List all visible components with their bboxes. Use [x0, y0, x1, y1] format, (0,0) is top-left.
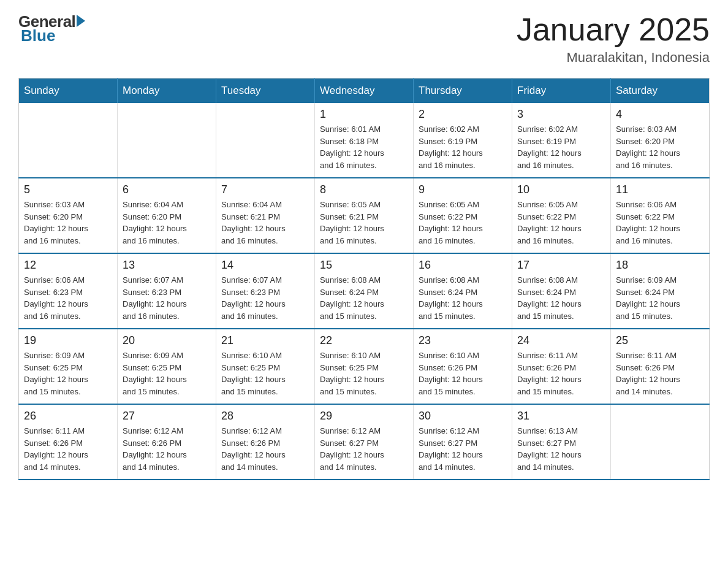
- day-number: 16: [419, 259, 507, 272]
- day-info: Sunrise: 6:10 AM Sunset: 6:26 PM Dayligh…: [419, 350, 507, 397]
- day-info: Sunrise: 6:04 AM Sunset: 6:21 PM Dayligh…: [221, 199, 309, 247]
- weekday-header-saturday: Saturday: [611, 79, 710, 104]
- calendar-cell: [216, 103, 315, 178]
- calendar-cell: 31Sunrise: 6:13 AM Sunset: 6:27 PM Dayli…: [512, 404, 611, 480]
- calendar-cell: 15Sunrise: 6:08 AM Sunset: 6:24 PM Dayli…: [315, 253, 414, 329]
- day-info: Sunrise: 6:05 AM Sunset: 6:22 PM Dayligh…: [419, 199, 507, 247]
- weekday-header-monday: Monday: [118, 79, 216, 104]
- calendar-subtitle: Muaralakitan, Indonesia: [517, 50, 710, 66]
- day-number: 21: [221, 334, 309, 347]
- calendar-cell: 26Sunrise: 6:11 AM Sunset: 6:26 PM Dayli…: [19, 404, 118, 480]
- day-number: 14: [221, 259, 309, 272]
- weekday-header-wednesday: Wednesday: [315, 79, 414, 104]
- calendar-cell: 1Sunrise: 6:01 AM Sunset: 6:18 PM Daylig…: [315, 103, 414, 178]
- day-number: 28: [221, 410, 309, 423]
- day-info: Sunrise: 6:06 AM Sunset: 6:23 PM Dayligh…: [24, 274, 112, 322]
- day-number: 23: [419, 334, 507, 347]
- calendar-cell: 29Sunrise: 6:12 AM Sunset: 6:27 PM Dayli…: [315, 404, 414, 480]
- day-number: 13: [123, 259, 211, 272]
- day-number: 27: [123, 410, 211, 423]
- calendar-cell: 12Sunrise: 6:06 AM Sunset: 6:23 PM Dayli…: [19, 253, 118, 329]
- day-info: Sunrise: 6:08 AM Sunset: 6:24 PM Dayligh…: [419, 274, 507, 322]
- calendar-cell: 10Sunrise: 6:05 AM Sunset: 6:22 PM Dayli…: [512, 178, 611, 253]
- day-info: Sunrise: 6:09 AM Sunset: 6:25 PM Dayligh…: [24, 350, 112, 397]
- calendar-cell: 24Sunrise: 6:11 AM Sunset: 6:26 PM Dayli…: [512, 329, 611, 404]
- calendar-cell: [611, 404, 710, 480]
- day-info: Sunrise: 6:01 AM Sunset: 6:18 PM Dayligh…: [320, 123, 408, 171]
- calendar-cell: 20Sunrise: 6:09 AM Sunset: 6:25 PM Dayli…: [118, 329, 216, 404]
- day-number: 8: [320, 183, 408, 196]
- logo-triangle-icon: [77, 15, 85, 27]
- day-info: Sunrise: 6:02 AM Sunset: 6:19 PM Dayligh…: [517, 123, 605, 171]
- calendar-cell: 28Sunrise: 6:12 AM Sunset: 6:26 PM Dayli…: [216, 404, 315, 480]
- logo-blue-text: Blue: [21, 26, 55, 45]
- day-info: Sunrise: 6:05 AM Sunset: 6:21 PM Dayligh…: [320, 199, 408, 247]
- day-number: 6: [123, 183, 211, 196]
- logo: General Blue: [18, 12, 85, 45]
- day-info: Sunrise: 6:02 AM Sunset: 6:19 PM Dayligh…: [419, 123, 507, 171]
- day-number: 19: [24, 334, 112, 347]
- weekday-header-friday: Friday: [512, 79, 611, 104]
- day-info: Sunrise: 6:08 AM Sunset: 6:24 PM Dayligh…: [320, 274, 408, 322]
- week-row-4: 19Sunrise: 6:09 AM Sunset: 6:25 PM Dayli…: [19, 329, 710, 404]
- day-info: Sunrise: 6:03 AM Sunset: 6:20 PM Dayligh…: [616, 123, 704, 171]
- calendar-cell: 21Sunrise: 6:10 AM Sunset: 6:25 PM Dayli…: [216, 329, 315, 404]
- day-info: Sunrise: 6:13 AM Sunset: 6:27 PM Dayligh…: [517, 425, 605, 473]
- weekday-header-tuesday: Tuesday: [216, 79, 315, 104]
- day-number: 12: [24, 259, 112, 272]
- day-number: 5: [24, 183, 112, 196]
- day-number: 7: [221, 183, 309, 196]
- day-number: 29: [320, 410, 408, 423]
- day-number: 30: [419, 410, 507, 423]
- calendar-cell: 8Sunrise: 6:05 AM Sunset: 6:21 PM Daylig…: [315, 178, 414, 253]
- title-block: January 2025 Muaralakitan, Indonesia: [517, 12, 710, 66]
- day-info: Sunrise: 6:11 AM Sunset: 6:26 PM Dayligh…: [517, 350, 605, 397]
- calendar-cell: 30Sunrise: 6:12 AM Sunset: 6:27 PM Dayli…: [414, 404, 512, 480]
- week-row-2: 5Sunrise: 6:03 AM Sunset: 6:20 PM Daylig…: [19, 178, 710, 253]
- day-info: Sunrise: 6:12 AM Sunset: 6:26 PM Dayligh…: [123, 425, 211, 473]
- day-info: Sunrise: 6:12 AM Sunset: 6:26 PM Dayligh…: [221, 425, 309, 473]
- day-number: 26: [24, 410, 112, 423]
- calendar-cell: 17Sunrise: 6:08 AM Sunset: 6:24 PM Dayli…: [512, 253, 611, 329]
- weekday-header-row: SundayMondayTuesdayWednesdayThursdayFrid…: [19, 79, 710, 104]
- day-number: 11: [616, 183, 704, 196]
- day-info: Sunrise: 6:09 AM Sunset: 6:25 PM Dayligh…: [123, 350, 211, 397]
- week-row-5: 26Sunrise: 6:11 AM Sunset: 6:26 PM Dayli…: [19, 404, 710, 480]
- calendar-table: SundayMondayTuesdayWednesdayThursdayFrid…: [18, 78, 710, 480]
- day-info: Sunrise: 6:08 AM Sunset: 6:24 PM Dayligh…: [517, 274, 605, 322]
- day-info: Sunrise: 6:10 AM Sunset: 6:25 PM Dayligh…: [221, 350, 309, 397]
- calendar-cell: 14Sunrise: 6:07 AM Sunset: 6:23 PM Dayli…: [216, 253, 315, 329]
- day-info: Sunrise: 6:10 AM Sunset: 6:25 PM Dayligh…: [320, 350, 408, 397]
- day-info: Sunrise: 6:09 AM Sunset: 6:24 PM Dayligh…: [616, 274, 704, 322]
- weekday-header-thursday: Thursday: [414, 79, 512, 104]
- day-info: Sunrise: 6:06 AM Sunset: 6:22 PM Dayligh…: [616, 199, 704, 247]
- calendar-cell: 23Sunrise: 6:10 AM Sunset: 6:26 PM Dayli…: [414, 329, 512, 404]
- day-info: Sunrise: 6:03 AM Sunset: 6:20 PM Dayligh…: [24, 199, 112, 247]
- day-info: Sunrise: 6:11 AM Sunset: 6:26 PM Dayligh…: [616, 350, 704, 397]
- calendar-cell: 2Sunrise: 6:02 AM Sunset: 6:19 PM Daylig…: [414, 103, 512, 178]
- calendar-title: January 2025: [517, 12, 710, 47]
- week-row-1: 1Sunrise: 6:01 AM Sunset: 6:18 PM Daylig…: [19, 103, 710, 178]
- day-number: 10: [517, 183, 605, 196]
- day-info: Sunrise: 6:11 AM Sunset: 6:26 PM Dayligh…: [24, 425, 112, 473]
- calendar-cell: 9Sunrise: 6:05 AM Sunset: 6:22 PM Daylig…: [414, 178, 512, 253]
- week-row-3: 12Sunrise: 6:06 AM Sunset: 6:23 PM Dayli…: [19, 253, 710, 329]
- day-number: 3: [517, 108, 605, 121]
- calendar-cell: [118, 103, 216, 178]
- weekday-header-sunday: Sunday: [19, 79, 118, 104]
- day-number: 25: [616, 334, 704, 347]
- day-info: Sunrise: 6:12 AM Sunset: 6:27 PM Dayligh…: [320, 425, 408, 473]
- calendar-cell: 3Sunrise: 6:02 AM Sunset: 6:19 PM Daylig…: [512, 103, 611, 178]
- day-number: 9: [419, 183, 507, 196]
- day-number: 15: [320, 259, 408, 272]
- day-info: Sunrise: 6:07 AM Sunset: 6:23 PM Dayligh…: [221, 274, 309, 322]
- calendar-cell: 18Sunrise: 6:09 AM Sunset: 6:24 PM Dayli…: [611, 253, 710, 329]
- day-number: 18: [616, 259, 704, 272]
- day-number: 24: [517, 334, 605, 347]
- day-info: Sunrise: 6:12 AM Sunset: 6:27 PM Dayligh…: [419, 425, 507, 473]
- calendar-cell: 16Sunrise: 6:08 AM Sunset: 6:24 PM Dayli…: [414, 253, 512, 329]
- day-number: 22: [320, 334, 408, 347]
- calendar-cell: 7Sunrise: 6:04 AM Sunset: 6:21 PM Daylig…: [216, 178, 315, 253]
- calendar-cell: 5Sunrise: 6:03 AM Sunset: 6:20 PM Daylig…: [19, 178, 118, 253]
- calendar-cell: 13Sunrise: 6:07 AM Sunset: 6:23 PM Dayli…: [118, 253, 216, 329]
